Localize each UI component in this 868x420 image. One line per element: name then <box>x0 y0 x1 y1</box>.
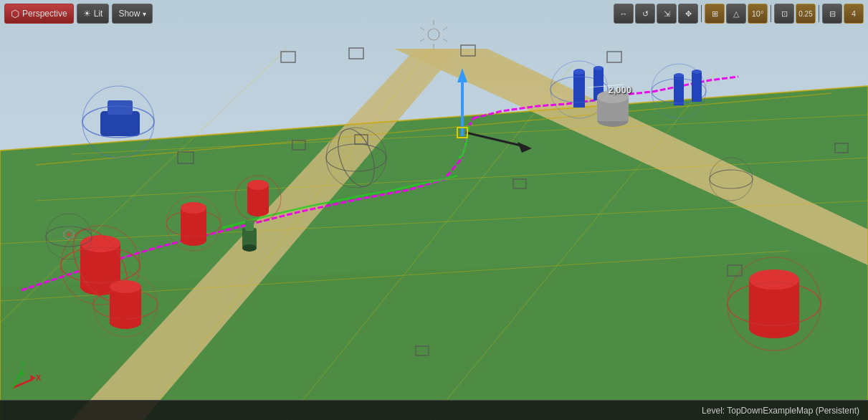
grid-icon: ⊞ <box>712 9 718 19</box>
toolbar-separator-2 <box>771 5 771 22</box>
svg-point-58 <box>674 73 684 77</box>
lit-mode-button[interactable]: ☀ Lit <box>77 4 110 24</box>
translate-icon: ↔ <box>620 9 628 18</box>
viewport[interactable]: 2,000 ⬡ Perspective ☀ Lit Show ▾ ↔ ↺ ⇲ <box>0 0 868 420</box>
toolbar-separator-1 <box>701 5 702 22</box>
svg-point-40 <box>247 180 269 190</box>
svg-rect-57 <box>674 75 684 105</box>
statusbar: Level: TopDownExampleMap (Persistent) <box>0 400 868 420</box>
svg-marker-100 <box>19 368 24 375</box>
svg-rect-48 <box>108 100 133 115</box>
svg-point-56 <box>593 66 604 70</box>
perspective-label: Perspective <box>22 9 67 19</box>
camera-button[interactable]: ⊡ <box>774 4 794 24</box>
rotate-icon: ↺ <box>642 9 649 19</box>
toolbar-right: ↔ ↺ ⇲ ✥ ⊞ △ 10° ⊡ 0.25 ⊟ <box>609 0 868 27</box>
layers-icon: ⊟ <box>829 9 836 19</box>
show-label: Show <box>118 9 140 19</box>
svg-rect-47 <box>100 111 140 136</box>
snap-scale-value: 0.25 <box>798 10 812 18</box>
grid-snap-button[interactable]: ⊞ <box>705 4 725 24</box>
triangle-icon: △ <box>733 9 739 19</box>
svg-point-62 <box>692 70 702 74</box>
svg-point-35 <box>181 202 206 214</box>
layers-count-button[interactable]: 4 <box>844 4 864 24</box>
perspective-mode-button[interactable]: ⬡ Perspective <box>4 4 74 24</box>
lit-label: Lit <box>94 9 103 19</box>
svg-point-44 <box>749 269 799 290</box>
svg-point-85 <box>67 232 71 237</box>
snap-value-button[interactable]: 10° <box>748 4 768 24</box>
level-info: Level: TopDownExampleMap (Persistent) <box>702 406 859 416</box>
show-menu-button[interactable]: Show ▾ <box>112 4 153 24</box>
layers-button[interactable]: ⊟ <box>822 4 842 24</box>
snap-value: 10° <box>752 9 764 18</box>
lit-icon: ☀ <box>83 9 91 19</box>
layers-count: 4 <box>852 9 856 18</box>
camera-icon: ⊡ <box>781 9 788 19</box>
svg-point-88 <box>242 244 257 252</box>
scene-canvas <box>0 0 868 420</box>
toolbar-separator-3 <box>819 5 819 22</box>
svg-point-52 <box>573 69 585 75</box>
rotate-tool-button[interactable]: ↺ <box>635 4 655 24</box>
scale-tool-button[interactable]: ⇲ <box>657 4 677 24</box>
distance-measurement-label: 2,000 <box>608 85 631 95</box>
x-axis-label: X <box>36 373 42 382</box>
mode-icon: ✥ <box>685 9 692 19</box>
perspective-icon: ⬡ <box>11 8 19 19</box>
svg-rect-61 <box>692 72 702 102</box>
chevron-down-icon: ▾ <box>143 10 146 18</box>
svg-point-24 <box>80 235 120 252</box>
mode-tool-button[interactable]: ✥ <box>678 4 698 24</box>
triangle-button[interactable]: △ <box>726 4 746 24</box>
axis-indicator: X Y <box>6 359 42 395</box>
svg-rect-87 <box>245 221 254 231</box>
scale-icon: ⇲ <box>664 9 670 19</box>
translate-tool-button[interactable]: ↔ <box>614 4 634 24</box>
snap-scale-button[interactable]: 0.25 <box>796 4 816 24</box>
y-axis-label: Y <box>20 361 26 369</box>
